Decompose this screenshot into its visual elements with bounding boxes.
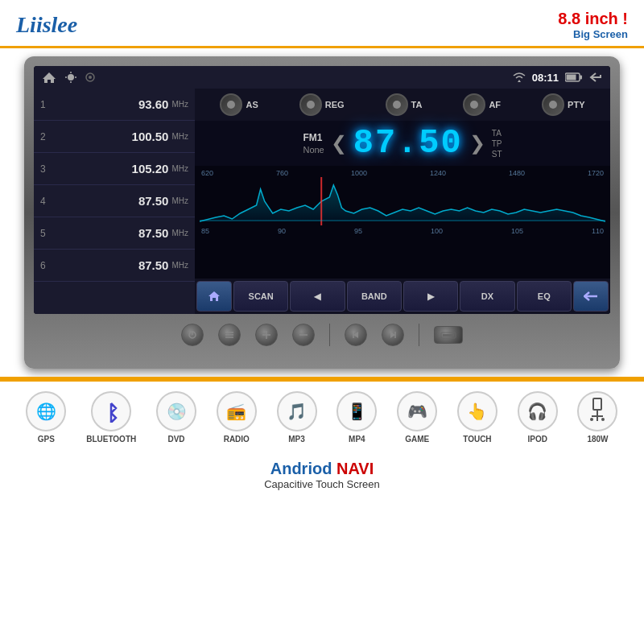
power-button[interactable] <box>181 324 204 346</box>
status-icons-right: 08:11 <box>513 72 602 84</box>
radio-buttons-row: AS REG TA <box>195 89 610 121</box>
game-icon: 🎮 <box>397 391 437 431</box>
svg-point-1 <box>68 74 74 80</box>
battery-icon <box>565 72 583 82</box>
prev-icon <box>351 330 361 340</box>
radio-indicators: TA TP ST <box>492 129 502 159</box>
device-shell: 08:11 <box>24 56 620 369</box>
radio-btn-as[interactable]: AS <box>220 93 258 116</box>
ta-indicator: TA <box>492 129 502 138</box>
bluetooth-icon <box>91 391 131 431</box>
touch-screen-subtitle: Capacitive Touch Screen <box>0 478 644 490</box>
radio-btn-ta[interactable]: TA <box>386 93 423 116</box>
prev-track-button[interactable]: ◀ <box>290 281 345 312</box>
svg-rect-10 <box>580 76 582 80</box>
menu-button[interactable] <box>218 324 241 346</box>
radio-btn-af[interactable]: AF <box>463 93 501 116</box>
svg-point-32 <box>590 418 593 421</box>
feature-bluetooth: Bluetooth <box>86 391 136 444</box>
vol-up-icon <box>262 330 271 340</box>
physical-buttons <box>34 316 610 354</box>
preset-row-5[interactable]: 5 87.50 MHz <box>34 217 195 250</box>
logo: Liislee <box>16 12 77 38</box>
dx-button[interactable]: DX <box>460 281 514 312</box>
svg-marker-14 <box>208 291 220 301</box>
features-section: 🌐 GPS Bluetooth 💿 DVD 📻 RADIO 🎵 <box>0 382 644 453</box>
vol-down-icon <box>299 330 308 340</box>
usb-icon <box>440 331 456 339</box>
radio-panel: AS REG TA <box>195 89 610 314</box>
android-text: Andriod <box>270 460 332 477</box>
next-track-button[interactable]: ▶ <box>403 281 458 312</box>
st-indicator: ST <box>492 150 502 159</box>
svg-marker-0 <box>43 72 56 83</box>
home-button[interactable] <box>196 281 232 312</box>
band-button[interactable]: BAND <box>347 281 402 312</box>
preset-num-1: 1 <box>40 99 53 110</box>
feature-usb: 180W <box>577 391 617 444</box>
feature-radio: 📻 RADIO <box>217 391 257 444</box>
radio-label-pty: PTY <box>568 100 584 109</box>
gps-label: GPS <box>38 435 55 444</box>
main-content: 1 93.60 MHz 2 100.50 MHz 3 105.20 MHz <box>34 89 610 314</box>
feature-mp4: 📱 MP4 <box>336 391 377 444</box>
menu-icon <box>225 331 234 339</box>
preset-row-4[interactable]: 4 87.50 MHz <box>34 185 195 217</box>
preset-mhz-2: MHz <box>171 132 188 141</box>
feature-icons-row: 🌐 GPS Bluetooth 💿 DVD 📻 RADIO 🎵 <box>16 391 628 444</box>
vol-down-button[interactable] <box>292 324 315 346</box>
preset-mhz-1: MHz <box>171 100 188 109</box>
usb-slot <box>434 326 463 344</box>
preset-freq-4: 87.50 <box>53 194 168 208</box>
header: Liislee 8.8 inch ! Big Screen <box>0 0 644 48</box>
preset-freq-5: 87.50 <box>53 226 168 240</box>
touch-label: TOUCH <box>463 435 491 444</box>
feature-ipod: 🎧 IPOD <box>518 391 558 444</box>
feature-dvd: 💿 DVD <box>156 391 196 444</box>
scan-button[interactable]: SCAN <box>233 281 288 312</box>
bt-svg <box>101 400 121 423</box>
none-label: None <box>303 145 324 155</box>
mp3-icon: 🎵 <box>277 391 317 431</box>
preset-row-3[interactable]: 3 105.20 MHz <box>34 153 195 185</box>
usb-feature-icon <box>577 391 617 431</box>
dvd-label: DVD <box>167 435 184 444</box>
status-icons-left <box>42 71 95 84</box>
eq-button[interactable]: EQ <box>517 281 572 312</box>
preset-row-2[interactable]: 2 100.50 MHz <box>34 121 195 153</box>
next-button[interactable] <box>382 324 404 346</box>
separator-line-2 <box>419 324 419 346</box>
prev-freq-button[interactable]: ❮ <box>331 132 347 155</box>
vol-up-button[interactable] <box>255 324 278 346</box>
feature-gps: 🌐 GPS <box>26 391 66 444</box>
svg-rect-29 <box>593 398 601 410</box>
back-ctrl-icon <box>584 291 598 302</box>
preset-row-1[interactable]: 1 93.60 MHz <box>34 89 195 121</box>
preset-row-6[interactable]: 6 87.50 MHz <box>34 250 195 282</box>
status-bar: 08:11 <box>34 66 610 89</box>
screen-area: 08:11 <box>34 66 610 314</box>
svg-point-33 <box>601 418 605 421</box>
radio-label-reg: REG <box>325 100 345 109</box>
android-navi-title: Andriod NAVI <box>0 460 644 478</box>
prev-button[interactable] <box>345 324 367 346</box>
page: Liislee 8.8 inch ! Big Screen <box>0 0 644 644</box>
freq-display-row: FM1 None ❮ 87.50 ❯ TA TP ST <box>195 121 610 166</box>
radio-btn-pty[interactable]: PTY <box>542 93 584 116</box>
separator-line <box>329 324 330 346</box>
mp4-icon: 📱 <box>336 391 377 431</box>
feature-game: 🎮 GAME <box>397 391 437 444</box>
radio-icon: 📻 <box>217 391 257 431</box>
radio-label-ta: TA <box>411 100 423 109</box>
preset-mhz-4: MHz <box>171 196 188 205</box>
bluetooth-label: Bluetooth <box>86 435 136 444</box>
touch-icon: 👆 <box>457 391 497 431</box>
size-info: 8.8 inch ! Big Screen <box>558 10 628 40</box>
back-button[interactable] <box>573 281 609 312</box>
next-icon <box>388 330 398 340</box>
next-freq-button[interactable]: ❯ <box>469 132 485 155</box>
spectrum-labels-bottom: 85 90 95 100 105 110 <box>200 227 605 235</box>
circle-icon <box>85 72 95 82</box>
radio-btn-reg[interactable]: REG <box>299 93 345 116</box>
wifi-icon <box>513 72 526 83</box>
